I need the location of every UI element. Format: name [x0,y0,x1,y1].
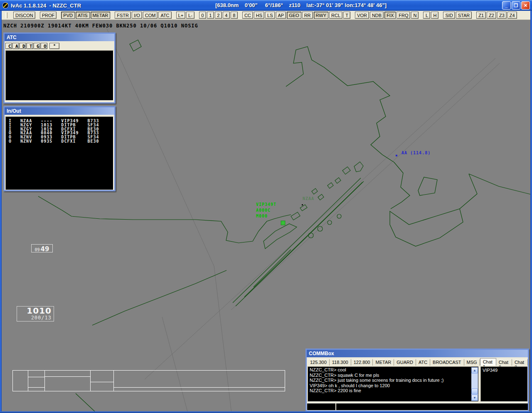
scroll-up-arrow-icon[interactable]: ▲ [471,367,478,373]
strip-grid-line [28,371,28,391]
commbox-tab[interactable]: Chat 3 [512,359,528,366]
toolbar-button[interactable]: L [423,12,430,19]
strip-grid-line [28,377,44,377]
toolbar-button[interactable]: FIX [384,12,396,19]
toolbar-button[interactable]: AP [276,12,286,19]
inout-list-area[interactable]: I NZAA ---- VIP349 B733 I NZGY 1013 DITP… [5,116,113,190]
atc-filter-tab[interactable]: A [12,43,19,49]
toolbar-button[interactable]: ATIS [76,12,90,19]
commbox-tab[interactable]: 125.300 [308,359,330,366]
close-button[interactable]: ✕ [521,1,530,10]
atc-filter-tabs: C A D T G O * [5,41,114,50]
window-border-left [0,11,2,413]
title-bar: IvAc 1.1.8.124 - NZZC_CTR [638.0nm 0'00"… [0,0,532,11]
atc-filter-tab[interactable]: G [34,43,40,49]
maximize-button[interactable]: ❐ [512,1,520,10]
toolbar-button[interactable]: NDB [370,12,384,19]
chat-input[interactable] [336,403,528,410]
datatag-altitude: A000C [256,208,276,213]
commbox-tab[interactable]: 118.300 [330,359,351,366]
commbox-tab[interactable]: ATC [416,359,430,366]
toolbar-button[interactable]: DISCON [13,12,35,19]
datatag-speed: M000 [256,213,276,219]
toolbar-button[interactable]: VOR [355,12,369,19]
commbox-tab[interactable]: MSG [464,359,480,366]
chat-messages: NZZC_CTR> cool NZZC_CTR> squawk C for me… [310,367,470,393]
scroll-down-arrow-icon[interactable]: ▼ [471,395,478,401]
inout-window-title[interactable]: In/Out [5,107,114,115]
toolbar-button[interactable]: RCL [329,12,342,19]
app-icon [2,2,9,9]
toolbar-button[interactable]: T [343,12,350,19]
commbox-tab[interactable]: Chat 2 [496,359,512,366]
strip-grid-line [44,376,90,377]
atc-filter-tab[interactable]: C [5,43,12,49]
atc-filter-tab[interactable]: O [41,43,47,49]
atc-list-area[interactable] [5,50,113,101]
toolbar-button[interactable]: GEO [287,12,301,19]
toolbar-button[interactable]: CC [242,12,253,19]
toolbar-button[interactable]: 0 [199,12,206,19]
toolbar-button[interactable]: L+ [176,12,186,19]
toolbar-button[interactable]: N [411,12,419,19]
toolbar-button[interactable]: HS [254,12,264,19]
toolbar-button[interactable]: H [431,12,438,19]
station-list-item[interactable]: VIP349 [483,368,527,373]
commbox-tab[interactable]: 122.800 [351,359,373,366]
toolbar-button[interactable]: FRQ [397,12,410,19]
strip-bay [12,370,285,391]
toolbar-button[interactable]: I/O [132,12,142,19]
toolbar-button[interactable]: RR [302,12,313,19]
aircraft-datatag[interactable]: VIP349T A000C M000 [256,202,276,219]
toolbar-button[interactable]: Z1 [476,12,486,19]
commbox-tab[interactable]: BROADCAST [430,359,464,366]
toolbar-button[interactable]: 1 [207,12,214,19]
flight-row[interactable]: O NZNV 0935 DCFXI BE30 [9,139,113,143]
toolbar-button[interactable]: PVD [61,12,75,19]
clock-hours: 09 [35,247,40,252]
toolbar-button[interactable]: Z3 [497,12,507,19]
atc-filter-tab[interactable]: T [27,43,33,49]
toolbar-button[interactable]: 2 [215,12,222,19]
airport-layout [233,162,364,306]
scrollbar-thumb[interactable] [471,388,478,394]
commbox-title[interactable]: COMMBox [307,350,528,357]
toolbar-button[interactable]: ATC [158,12,171,19]
station-list[interactable]: VIP349 [480,366,528,402]
qnh-value: 1010 [17,307,52,315]
toolbar-button[interactable]: RWY [314,12,328,19]
toolbar-button[interactable]: STAR [456,12,472,19]
toolbar-button[interactable]: LS [265,12,275,19]
ivac-app: { "title_bar": { "app_title": "IvAc 1.1.… [0,0,532,413]
strip-grid-line [90,382,113,382]
commbox-tab[interactable]: GUARD [394,359,416,366]
commbox-tab[interactable]: METAR [373,359,394,366]
radar-status-readout: [638.0nm 0'00" 6°/186° z110 lat:-37° 01'… [215,2,387,8]
minimize-button[interactable]: _ [502,1,511,10]
toolbar-button[interactable]: COM [143,12,158,19]
toolbar-grip[interactable] [5,12,7,18]
toolbar-button[interactable]: METAR [91,12,111,19]
clock-minutes: 49 [41,245,49,253]
atc-window: ATC C A D T G O * [3,32,116,104]
toolbar-button[interactable]: L- [186,12,195,19]
atc-filter-tab[interactable]: * [49,43,59,49]
inout-window: In/Out I NZAA ---- VIP349 B733 I NZGY 10… [3,106,116,191]
callsign-input[interactable] [307,403,335,410]
toolbar-button[interactable]: 8 [231,12,238,19]
toolbar-button[interactable]: PROF [40,12,57,19]
chat-scrollbar[interactable]: ▲ ▼ [471,367,478,401]
atc-filter-tab[interactable]: D [20,43,26,49]
chat-message: NZZC_CTR> just taking some screens for t… [310,378,470,383]
datatag-callsign[interactable]: VIP349T [256,202,276,208]
window-border-right [530,11,532,413]
aircraft-target-vip349[interactable] [281,221,285,225]
toolbar-button[interactable]: Z4 [507,12,517,19]
toolbar-button[interactable]: Z2 [487,12,496,19]
toolbar-button[interactable]: FSTR [115,12,131,19]
commbox-tab[interactable]: Chat 1 [480,358,496,366]
toolbar-button[interactable]: 4 [223,12,230,19]
chat-area[interactable]: NZZC_CTR> cool NZZC_CTR> squawk C for me… [308,366,479,402]
toolbar-button[interactable]: SID [443,12,455,19]
atc-window-title[interactable]: ATC [5,34,114,41]
